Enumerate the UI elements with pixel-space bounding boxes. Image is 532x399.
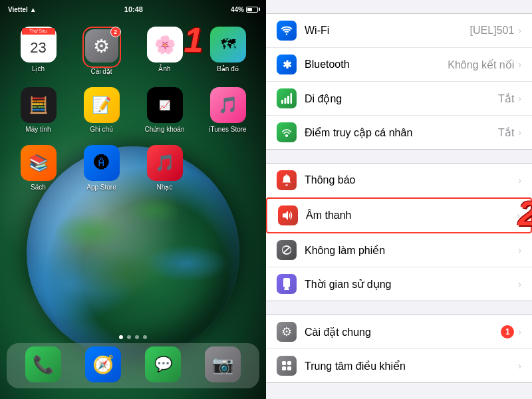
settings-row-amthanh[interactable]: Âm thanh › 2 — [266, 198, 532, 233]
status-bar: Viettel ▲ 10:48 44% — [0, 0, 266, 19]
app-empty — [204, 145, 252, 191]
settings-badge: 2 — [110, 27, 121, 37]
settings-panel: Wi-Fi [UEL]501 › ✱ Bluetooth Không kết n… — [266, 0, 532, 399]
maps-symbol: 🗺 — [221, 36, 235, 53]
notes-icon: 📝 — [84, 87, 120, 123]
settings-row-screentime[interactable]: Thời gian sử dụng › — [266, 267, 532, 301]
empty-slot — [210, 145, 246, 181]
dock-phone[interactable]: 📞 — [19, 346, 67, 385]
music-symbol: 🎵 — [155, 154, 175, 172]
app-sach[interactable]: 📚 Sách — [15, 145, 63, 191]
settings-row-thongbao[interactable]: Thông báo › — [266, 164, 532, 198]
camera-symbol: 📷 — [212, 354, 233, 375]
settings-row-wifi[interactable]: Wi-Fi [UEL]501 › — [266, 14, 532, 48]
settings-row-trungtam[interactable]: Trung tâm điều khiển › — [266, 349, 532, 382]
app-row-2: 🧮 Máy tính 📝 Ghi chú 📈 Chứng khoán 🎵 — [7, 87, 259, 133]
settings-row-bluetooth[interactable]: ✱ Bluetooth Không kết nối › — [266, 48, 532, 82]
status-carrier: Viettel ▲ — [8, 6, 37, 13]
app-label-sach: Sách — [31, 184, 46, 191]
notifications-icon — [277, 170, 297, 190]
cellular-value: Tắt — [498, 92, 514, 105]
dock-camera[interactable]: 📷 — [199, 346, 247, 385]
cal-day: 23 — [30, 35, 46, 61]
thongbao-label: Thông báo — [305, 174, 518, 186]
dock-safari[interactable]: 🧭 — [79, 346, 127, 385]
sound-icon — [278, 205, 298, 225]
photos-icon: 🌸 — [147, 27, 183, 63]
screentime-icon — [277, 274, 297, 294]
dnd-chevron: › — [518, 245, 521, 255]
app-label-maytinh: Máy tính — [25, 126, 51, 133]
status-time: 10:48 — [124, 5, 143, 13]
messages-icon: 💬 — [145, 346, 181, 382]
calculator-symbol: 🧮 — [29, 96, 49, 114]
messages-symbol: 💬 — [154, 356, 172, 373]
dot-1 — [119, 335, 123, 339]
battery-pct: 44% — [231, 6, 244, 13]
stocks-symbol: 📈 — [159, 100, 170, 110]
bluetooth-value: Không kết nối — [448, 59, 514, 71]
camera-icon: 📷 — [205, 346, 241, 382]
photos-symbol: 🌸 — [154, 35, 176, 55]
app-itunes[interactable]: 🎵 iTunes Store — [204, 87, 252, 133]
app-label-chungkhoan: Chứng khoán — [145, 126, 185, 133]
svg-rect-16 — [287, 366, 291, 370]
app-nhac[interactable]: 🎵 Nhạc — [141, 145, 189, 191]
app-row-3: 📚 Sách 🅐 App Store 🎵 Nhạc — [7, 145, 259, 191]
svg-rect-12 — [284, 283, 288, 284]
settings-row-caidatchung[interactable]: ⚙ Cài đặt chung 1 › — [266, 315, 532, 349]
safari-icon: 🧭 — [85, 346, 121, 382]
appstore-symbol: 🅐 — [94, 154, 110, 172]
cal-weekday: Thứ Sáu — [22, 28, 55, 35]
settings-icon: ⚙ 2 — [85, 29, 118, 63]
dot-2 — [127, 335, 131, 339]
cellular-label: Di động — [305, 92, 498, 105]
svg-point-5 — [285, 134, 288, 137]
app-bando[interactable]: 🗺 Bản đồ — [204, 27, 252, 75]
cellular-icon — [277, 88, 297, 108]
dot-3 — [135, 335, 139, 339]
cellular-chevron: › — [518, 93, 521, 104]
controlcenter-icon — [277, 356, 297, 376]
dock-messages[interactable]: 💬 — [139, 346, 187, 385]
step-2-number: 2 — [518, 194, 532, 233]
screentime-label: Thời gian sử dụng — [305, 278, 518, 291]
app-maytinh[interactable]: 🧮 Máy tính — [15, 87, 63, 133]
battery-icon — [246, 7, 258, 13]
bluetooth-label: Bluetooth — [305, 59, 448, 70]
svg-rect-1 — [281, 100, 283, 104]
books-symbol: 📚 — [29, 154, 49, 172]
safari-symbol: 🧭 — [92, 354, 114, 375]
app-label-lich: Lịch — [32, 65, 45, 72]
app-anh[interactable]: 🌸 Ảnh — [141, 27, 189, 75]
settings-row-cellular[interactable]: Di động Tắt › — [266, 82, 532, 116]
svg-rect-6 — [286, 174, 287, 176]
signal-icon: ▲ — [30, 6, 37, 13]
itunes-symbol: 🎵 — [218, 96, 238, 114]
top-spacer — [266, 0, 532, 13]
app-label-caidat: Cài đặt — [90, 68, 112, 75]
svg-rect-14 — [287, 361, 291, 365]
app-chungkhoan[interactable]: 📈 Chứng khoán — [141, 87, 189, 133]
dot-4 — [143, 335, 147, 339]
amthanh-chevron: › — [517, 210, 520, 221]
app-caidat[interactable]: ⚙ 2 Cài đặt 1 — [78, 27, 126, 75]
status-battery: 44% — [231, 6, 258, 13]
trungtam-label: Trung tâm điều khiển — [305, 360, 518, 372]
music-icon: 🎵 — [147, 145, 183, 181]
amthanh-label: Âm thanh — [306, 209, 517, 221]
settings-row-dnd[interactable]: Không làm phiền › — [266, 233, 532, 267]
gear-symbol: ⚙ — [93, 35, 110, 57]
svg-rect-13 — [282, 361, 286, 365]
settings-group-connectivity: Wi-Fi [UEL]501 › ✱ Bluetooth Không kết n… — [266, 13, 532, 150]
svg-rect-11 — [284, 281, 289, 282]
app-lich[interactable]: Thứ Sáu 23 Lịch — [15, 27, 63, 75]
settings-row-hotspot[interactable]: Điểm truy cập cá nhân Tắt › — [266, 116, 532, 149]
general-label: Cài đặt chung — [305, 326, 501, 338]
app-label-ghichu: Ghi chú — [90, 126, 112, 133]
app-appstore[interactable]: 🅐 App Store — [78, 145, 126, 191]
app-ghichu[interactable]: 📝 Ghi chú — [78, 87, 126, 133]
hotspot-value: Tắt — [498, 126, 514, 139]
app-row-1: Thứ Sáu 23 Lịch ⚙ 2 Cài đặt 1 — [7, 27, 259, 75]
svg-rect-15 — [282, 366, 286, 370]
